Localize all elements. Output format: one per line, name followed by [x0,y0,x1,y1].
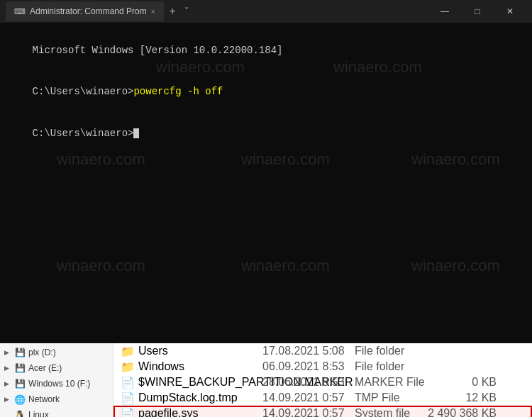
file-row[interactable]: 📁 Windows 06.09.2021 8:53 File folder [113,359,532,374]
watermark-8: winaero.com [411,257,500,275]
file-icon: 📄 [121,391,135,405]
file-size-cell: 12 KB [426,391,497,404]
drive-icon: 💾 [14,379,26,389]
sidebar-label-acer: Acer (E:) [28,363,62,373]
cursor [133,128,139,138]
file-date-cell: 17.08.2021 5:08 [262,345,355,357]
terminal-tab-icon: ⌨ [14,7,26,16]
window-controls: — □ ✕ [428,0,526,23]
sidebar-label-windows10: Windows 10 (F:) [28,379,90,389]
chevron-icon: ▶ [4,396,11,403]
file-row[interactable]: 📄 DumpStack.log.tmp 14.09.2021 0:57 TMP … [113,390,532,406]
chevron-icon: ▶ [4,365,11,372]
file-icon: 📄 [121,407,135,418]
file-date-cell: 14.09.2021 0:57 [262,407,355,417]
file-row[interactable]: 📄 pagefile.sys 14.09.2021 0:57 System fi… [113,406,532,417]
maximize-button[interactable]: □ [461,0,494,23]
linux-icon: 🐧 [14,410,26,417]
file-name-cell: 📄 DumpStack.log.tmp [121,391,262,405]
windows-version-text: Microsoft Windows [Version 10.0.22000.18… [33,45,283,56]
file-rows: 📁 Users 17.08.2021 5:08 File folder 📁 Wi… [113,343,532,417]
title-bar: ⌨ Administrator: Command Prom × + ˅ — □ … [0,0,532,23]
prompt-text-2: C:\Users\winaero> [33,128,134,139]
sidebar-item-plx[interactable]: ▶ 💾 plx (D:) [0,345,113,360]
terminal-area[interactable]: Microsoft Windows [Version 10.0.22000.18… [0,23,532,343]
file-name-text: pagefile.sys [138,407,199,417]
prompt-text: C:\Users\winaero> [33,86,134,97]
chevron-icon: ▶ [4,349,11,356]
sidebar-label-linux: Linux [28,410,49,417]
command-text: powercfg -h off [133,86,223,97]
file-icon: 📁 [121,345,135,358]
file-name-cell: 📄 pagefile.sys [121,407,262,418]
watermark-7: winaero.com [241,257,330,275]
close-button[interactable]: ✕ [494,0,526,23]
drive-icon: 💾 [14,348,26,357]
sidebar-item-acer[interactable]: ▶ 💾 Acer (E:) [0,360,113,376]
terminal-line-2: C:\Users\winaero>powercfg -h off [9,72,523,113]
file-row[interactable]: 📄 $WINRE_BACKUP_PARTITION.MARKER 28.06.2… [113,374,532,390]
terminal-tab-label: Administrator: Command Prom [30,6,147,16]
tab-bar: ⌨ Administrator: Command Prom × + ˅ [6,1,428,21]
file-name-text: Windows [138,360,184,373]
file-name-cell: 📁 Users [121,345,262,358]
sidebar-item-network[interactable]: ▶ 🌐 Network [0,391,113,407]
sidebar-item-windows10[interactable]: ▶ 💾 Windows 10 (F:) [0,376,113,391]
file-date-cell: 06.09.2021 8:53 [262,360,355,373]
close-tab-button[interactable]: × [151,8,155,16]
file-name-cell: 📁 Windows [121,360,262,374]
tab-dropdown-button[interactable]: ˅ [182,6,192,16]
sidebar-item-linux[interactable]: ▶ 🐧 Linux [0,407,113,417]
file-icon: 📁 [121,360,135,374]
file-type-cell: TMP File [355,391,426,404]
file-size-cell: 0 KB [426,376,497,389]
add-tab-button[interactable]: + [167,5,179,18]
drive-icon: 💾 [14,363,26,373]
file-type-cell: File folder [355,345,426,357]
file-icon: 📄 [121,376,135,389]
minimize-button[interactable]: — [428,0,461,23]
file-date-cell: 28.06.2021 8:53 [262,376,355,389]
file-explorer: ▶ 💾 plx (D:) ▶ 💾 Acer (E:) ▶ 💾 Windows 1… [0,343,532,417]
file-name-text: Users [138,345,168,357]
file-type-cell: File folder [355,360,426,373]
terminal-tab[interactable]: ⌨ Administrator: Command Prom × [6,1,164,21]
file-name-cell: 📄 $WINRE_BACKUP_PARTITION.MARKER [121,376,262,389]
file-type-cell: System file [355,407,426,417]
terminal-line-3: C:\Users\winaero> [9,113,523,155]
watermark-6: winaero.com [57,257,145,275]
file-row[interactable]: 📁 Users 17.08.2021 5:08 File folder [113,343,532,359]
sidebar-label-plx: plx (D:) [28,348,56,357]
file-name-text: DumpStack.log.tmp [138,391,238,404]
file-size-cell: 2 490 368 KB [426,407,497,417]
file-date-cell: 14.09.2021 0:57 [262,391,355,404]
sidebar: ▶ 💾 plx (D:) ▶ 💾 Acer (E:) ▶ 💾 Windows 1… [0,343,113,417]
file-type-cell: MARKER File [355,376,426,389]
chevron-icon: ▶ [4,380,11,387]
network-icon: 🌐 [14,394,26,404]
sidebar-label-network: Network [28,394,60,404]
file-list: 📁 Users 17.08.2021 5:08 File folder 📁 Wi… [113,343,532,417]
terminal-line-1: Microsoft Windows [Version 10.0.22000.18… [9,30,523,72]
